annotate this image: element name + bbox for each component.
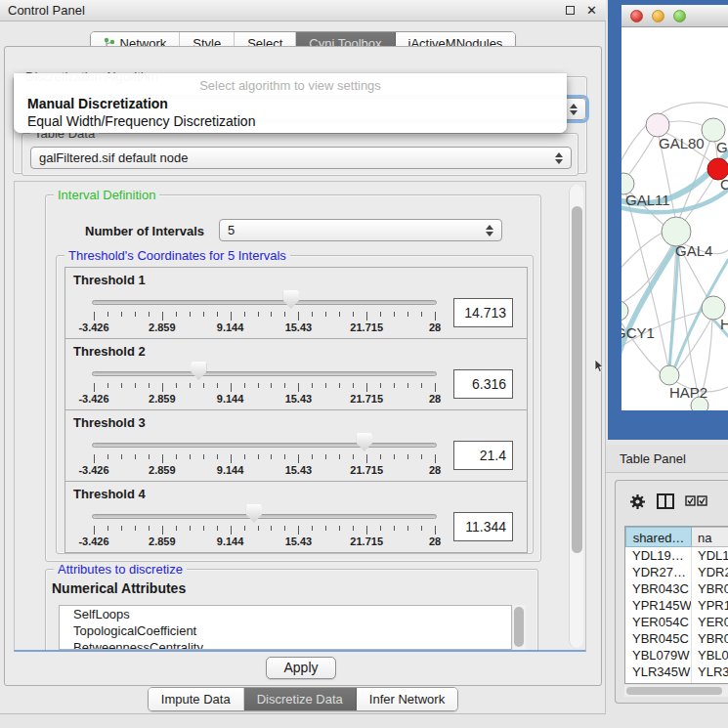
- stepper-arrows-icon: [555, 152, 563, 164]
- cell-name: YDR2: [692, 564, 728, 580]
- close-traffic-light[interactable]: [630, 10, 643, 22]
- settings-scroll-pane: Interval Definition Number of Intervals …: [14, 181, 586, 652]
- gear-icon[interactable]: [629, 493, 646, 510]
- numerical-attributes-list[interactable]: SelfLoopsTopologicalCoefficientBetweenne…: [59, 605, 512, 650]
- slider-tick-labels: -3.4262.8599.14415.4321.71528: [94, 393, 435, 406]
- table-row[interactable]: YPR145WYPR1: [625, 597, 728, 614]
- network-edge-highlighted: [669, 249, 678, 371]
- cell-name: YBR0: [692, 580, 728, 597]
- threshold-slider-thumb[interactable]: [246, 504, 262, 523]
- table-row[interactable]: YDR27…YDR2: [625, 564, 728, 580]
- attribute-item[interactable]: SelfLoops: [60, 606, 511, 622]
- settings-scrollbar-thumb[interactable]: [572, 206, 582, 553]
- minimize-traffic-light[interactable]: [652, 10, 664, 22]
- cell-shared-name: YPR145W: [625, 597, 692, 614]
- network-node-label: C: [720, 176, 728, 193]
- table-horizontal-scrollbar[interactable]: [624, 685, 728, 697]
- slider-tick-labels: -3.4262.8599.14415.4321.71528: [94, 464, 435, 477]
- attributes-list-scrollbar[interactable]: [513, 605, 526, 650]
- column-header-name[interactable]: na: [692, 527, 728, 547]
- thresholds-group: Threshold's Coordinates for 5 Intervals …: [56, 255, 534, 554]
- table-row[interactable]: YBR043CYBR0: [625, 580, 728, 597]
- table-row[interactable]: YDL19…YDL1: [625, 547, 728, 564]
- attribute-item[interactable]: BetweennessCentrality: [60, 639, 511, 650]
- cell-name: YDL1: [692, 547, 728, 564]
- interval-definition-group: Interval Definition Number of Intervals …: [45, 194, 541, 562]
- tab-label: Infer Network: [369, 692, 445, 707]
- network-node-label: H: [720, 316, 728, 332]
- slider-ticks: [94, 526, 435, 535]
- control-panel-titlebar: Control Panel ✕: [0, 0, 606, 21]
- threshold-slider-track[interactable]: [92, 371, 437, 376]
- table-row[interactable]: YER054CYER0: [625, 614, 728, 630]
- network-node[interactable]: [621, 301, 628, 321]
- bottom-tab-discretize-data[interactable]: Discretize Data: [244, 688, 357, 710]
- table-panel-header: Table Panel: [606, 445, 728, 473]
- table-panel-window: shared…naYDL19…YDL1YDR27…YDR2YBR043CYBR0…: [615, 480, 728, 704]
- cell-name: YER0: [692, 614, 728, 630]
- settings-scrollbar[interactable]: [569, 185, 583, 648]
- cell-name: YBR0: [692, 630, 728, 647]
- network-node-label: GA: [716, 139, 728, 155]
- cell-shared-name: YER054C: [625, 614, 692, 630]
- threshold-slider-thumb[interactable]: [191, 362, 206, 380]
- threshold-slider-thumb[interactable]: [357, 433, 372, 451]
- cell-shared-name: YDR27…: [625, 564, 692, 580]
- attributes-group: Attributes to discretize Numerical Attri…: [45, 569, 538, 652]
- threshold-panel-1: Threshold 1-3.4262.8599.14415.4321.71528…: [64, 267, 528, 339]
- threshold-value-field[interactable]: 11.344: [453, 512, 513, 541]
- attribute-item[interactable]: TopologicalCoefficient: [60, 622, 511, 639]
- column-header-shared-name[interactable]: shared…: [625, 527, 692, 547]
- threshold-slider-track[interactable]: [92, 514, 437, 519]
- table-panel-title: Table Panel: [620, 451, 686, 466]
- network-node-label: GAL11: [625, 192, 670, 208]
- algorithm-option[interactable]: Manual Discretization: [14, 95, 567, 112]
- node-table[interactable]: shared…naYDL19…YDL1YDR27…YDR2YBR043CYBR0…: [624, 526, 728, 684]
- network-canvas[interactable]: GAL80GACGAL11GAL4GCY1HHAP2: [621, 27, 728, 410]
- table-data-value: galFiltered.sif default node: [39, 150, 549, 165]
- cell-shared-name: YBR043C: [625, 580, 692, 597]
- tab-label: Impute Data: [161, 692, 231, 707]
- cell-shared-name: YBR045C: [625, 630, 692, 647]
- threshold-label: Threshold 3: [73, 415, 146, 430]
- zoom-traffic-light[interactable]: [673, 10, 686, 22]
- algorithm-dropdown-prompt: Select algorithm to view settings: [14, 76, 567, 95]
- threshold-slider-thumb[interactable]: [283, 290, 299, 309]
- attributes-group-label: Attributes to discretize: [54, 562, 187, 577]
- stepper-arrows-icon: [486, 225, 493, 236]
- network-node-label: GCY1: [621, 324, 655, 341]
- split-columns-icon[interactable]: [657, 493, 674, 509]
- cell-shared-name: YBL079W: [625, 647, 692, 664]
- table-row[interactable]: YIL052CYIL0: [625, 680, 728, 684]
- float-window-icon[interactable]: [564, 4, 577, 17]
- network-node[interactable]: [660, 365, 679, 385]
- checkbox-columns-icon[interactable]: [685, 495, 708, 507]
- bottom-tab-infer-network[interactable]: Infer Network: [357, 688, 457, 710]
- table-row[interactable]: YBL079WYBL0: [625, 647, 728, 664]
- algorithm-option[interactable]: Equal Width/Frequency Discretization: [14, 112, 567, 130]
- cell-name: YLR3: [692, 664, 728, 680]
- apply-button[interactable]: Apply: [266, 657, 336, 679]
- tab-label: Discretize Data: [257, 692, 343, 707]
- table-data-select[interactable]: galFiltered.sif default node: [30, 147, 572, 169]
- threshold-label: Threshold 2: [73, 344, 146, 359]
- threshold-slider-track[interactable]: [92, 300, 437, 305]
- threshold-value-field[interactable]: 14.713: [453, 298, 513, 327]
- table-row[interactable]: YBR045CYBR0: [625, 630, 728, 647]
- threshold-value-field[interactable]: 6.316: [453, 369, 513, 399]
- threshold-value-field[interactable]: 21.4: [453, 441, 513, 470]
- close-icon[interactable]: ✕: [585, 4, 598, 17]
- network-edge-highlighted: [621, 248, 674, 364]
- cell-name: YBL0: [692, 647, 728, 664]
- num-intervals-value: 5: [228, 223, 480, 237]
- numerical-attributes-label: Numerical Attributes: [52, 580, 186, 596]
- table-row[interactable]: YLR345WYLR3: [625, 664, 728, 680]
- network-node[interactable]: [646, 113, 669, 137]
- network-node-label: GAL4: [675, 242, 712, 259]
- threshold-label: Threshold 4: [73, 487, 146, 501]
- bottom-tab-impute-data[interactable]: Impute Data: [149, 688, 244, 710]
- cell-shared-name: YIL052C: [625, 680, 692, 684]
- network-node-label: GAL80: [659, 135, 705, 151]
- num-intervals-select[interactable]: 5: [219, 219, 502, 241]
- threshold-slider-track[interactable]: [92, 443, 437, 448]
